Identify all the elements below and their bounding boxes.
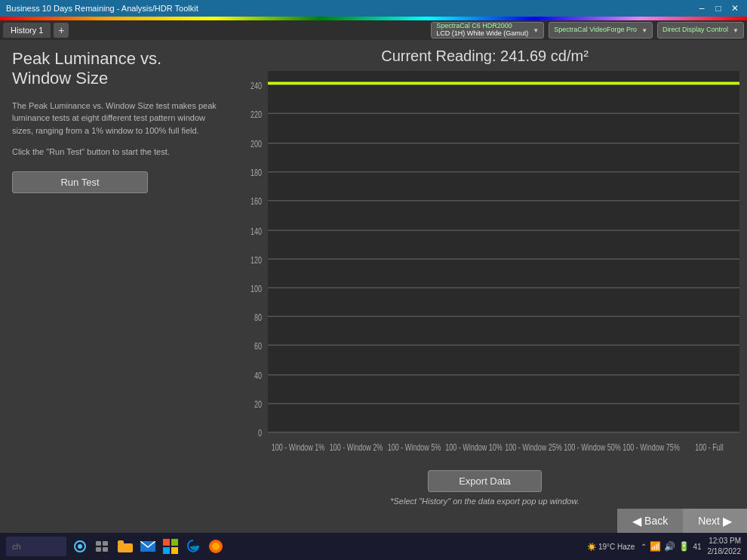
taskbar-search-input[interactable] (6, 537, 66, 556)
dropdown-arrow-2: ▼ (641, 27, 647, 34)
svg-rect-40 (103, 541, 108, 546)
svg-text:100 - Window 10%: 100 - Window 10% (445, 442, 503, 452)
bottom-section: Export Data *Select "History" on the dat… (230, 464, 739, 509)
svg-text:160: 160 (251, 196, 262, 207)
svg-text:20: 20 (254, 399, 262, 410)
videoforge-dropdown[interactable]: SpectraCal VideoForge Pro ▼ (549, 22, 653, 38)
run-test-button[interactable]: Run Test (12, 171, 148, 193)
svg-text:60: 60 (254, 340, 262, 351)
tab-left: History 1 + (3, 23, 69, 38)
next-arrow-icon: ▶ (723, 514, 732, 528)
task-view-icon[interactable] (94, 537, 112, 555)
edge-icon[interactable] (184, 537, 202, 555)
svg-text:80: 80 (254, 312, 262, 322)
spectracal-c6-dropdown[interactable]: SpectraCal C6 HDR2000 LCD (1H) White Wid… (431, 22, 544, 38)
taskbar-right: ☀️ 19°C Haze ⌃ 📶 🔊 🔋 41 12:03 PM 2/18/20… (587, 536, 741, 557)
back-arrow-icon: ◀ (632, 514, 641, 528)
svg-rect-0 (268, 71, 739, 432)
svg-text:240: 240 (251, 80, 262, 91)
maximize-button[interactable]: □ (712, 3, 724, 14)
right-panel: Current Reading: 241.69 cd/m² 240 220 20… (230, 40, 747, 509)
network-icon[interactable]: 📶 (650, 541, 661, 552)
dropdown-arrow-3: ▼ (733, 27, 739, 34)
svg-text:100 - Window 75%: 100 - Window 75% (622, 442, 680, 452)
current-reading: Current Reading: 241.69 cd/m² (230, 48, 739, 65)
tab-bar: History 1 + SpectraCal C6 HDR2000 LCD (1… (0, 20, 747, 40)
svg-text:do not u.  do not u.  do not u: do not u. do not u. do not u. do not u. … (279, 461, 589, 464)
file-explorer-icon[interactable] (116, 537, 134, 555)
svg-text:180: 180 (251, 168, 262, 178)
tray-chevron-icon[interactable]: ⌃ (641, 543, 647, 551)
clock[interactable]: 12:03 PM 2/18/2022 (708, 536, 742, 557)
svg-text:100 - Window 50%: 100 - Window 50% (564, 442, 621, 452)
svg-text:200: 200 (251, 139, 262, 149)
battery-icon[interactable]: 🔋 (678, 541, 690, 552)
svg-point-38 (78, 544, 82, 549)
export-note: *Select "History" on the data export pop… (390, 497, 579, 506)
next-button[interactable]: Next ▶ (683, 509, 747, 533)
svg-rect-48 (163, 547, 170, 554)
svg-text:220: 220 (251, 109, 262, 119)
tab-history-1[interactable]: History 1 (3, 23, 51, 38)
description-text: The Peak Luminance vs. Window Size test … (12, 100, 218, 137)
nav-bar: ◀ Back Next ▶ (0, 509, 747, 533)
volume-icon[interactable]: 🔊 (664, 541, 675, 552)
svg-text:100 - Window 5%: 100 - Window 5% (388, 442, 441, 452)
minimize-button[interactable]: – (696, 3, 708, 14)
svg-text:100 - Window 2%: 100 - Window 2% (330, 442, 383, 452)
cortana-icon[interactable] (71, 537, 89, 555)
close-button[interactable]: ✕ (729, 3, 741, 14)
title-bar-controls: – □ ✕ (696, 3, 741, 14)
svg-rect-42 (103, 547, 108, 552)
svg-text:100 - Window 1%: 100 - Window 1% (272, 442, 325, 452)
svg-rect-47 (171, 539, 178, 546)
svg-rect-41 (96, 547, 101, 552)
svg-point-51 (212, 543, 220, 550)
direct-display-dropdown[interactable]: Direct Display Control ▼ (657, 22, 744, 38)
svg-text:40: 40 (254, 371, 262, 381)
chart-svg: 240 220 200 180 160 140 120 100 80 60 (238, 71, 739, 464)
device-dropdowns: SpectraCal C6 HDR2000 LCD (1H) White Wid… (431, 22, 744, 38)
tab-add-button[interactable]: + (54, 23, 69, 38)
microsoft-store-icon[interactable] (161, 537, 180, 555)
flux-icon[interactable] (207, 537, 225, 555)
svg-rect-39 (96, 541, 101, 546)
left-panel: Peak Luminance vs. Window Size The Peak … (0, 40, 230, 509)
mail-icon[interactable] (139, 537, 157, 555)
chart-container: 240 220 200 180 160 140 120 100 80 60 (238, 71, 739, 464)
svg-rect-49 (171, 547, 178, 554)
dropdown-arrow-1: ▼ (533, 27, 539, 34)
svg-text:100 - Full: 100 - Full (695, 442, 724, 452)
taskbar-left (6, 537, 225, 556)
title-bar-text: Business 10 Days Remaining - Analysis/HD… (6, 4, 198, 13)
system-tray: ⌃ 📶 🔊 🔋 41 (641, 541, 701, 552)
svg-text:100 - Window 25%: 100 - Window 25% (505, 442, 562, 452)
svg-text:140: 140 (251, 226, 262, 236)
main-content: Peak Luminance vs. Window Size The Peak … (0, 40, 747, 509)
export-data-button[interactable]: Export Data (428, 470, 542, 492)
svg-text:120: 120 (251, 254, 262, 265)
weather-icon: ☀️ (587, 543, 596, 551)
title-bar: Business 10 Days Remaining - Analysis/HD… (0, 0, 747, 17)
svg-text:100: 100 (251, 283, 262, 294)
svg-text:0: 0 (258, 428, 262, 438)
svg-rect-44 (118, 540, 124, 545)
tray-number: 41 (693, 543, 701, 551)
weather-info: ☀️ 19°C Haze (587, 543, 635, 551)
svg-rect-46 (163, 539, 170, 546)
page-title: Peak Luminance vs. Window Size (12, 49, 218, 89)
taskbar: ☀️ 19°C Haze ⌃ 📶 🔊 🔋 41 12:03 PM 2/18/20… (0, 533, 747, 560)
back-button[interactable]: ◀ Back (617, 509, 683, 533)
instruction-text: Click the "Run Test" button to start the… (12, 147, 218, 156)
